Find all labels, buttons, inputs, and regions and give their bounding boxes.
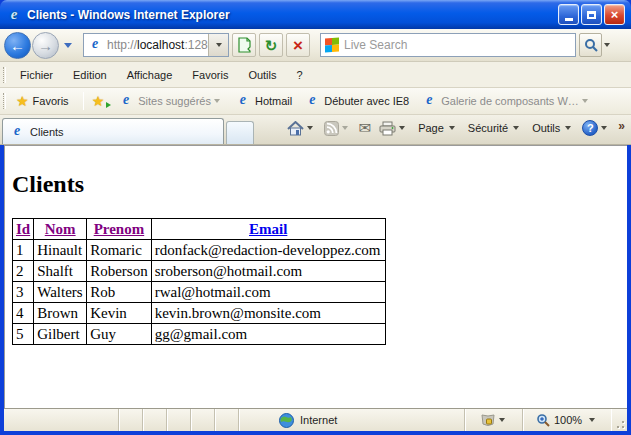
ie-favicon-icon: e <box>118 93 134 109</box>
safety-menu-button[interactable]: Sécurité <box>462 119 526 137</box>
recent-pages-dropdown[interactable] <box>64 43 72 48</box>
stop-button[interactable]: × <box>286 33 310 57</box>
window-title: Clients - Windows Internet Explorer <box>27 8 556 22</box>
security-zone[interactable]: Internet <box>239 409 465 431</box>
page-favicon-icon: e <box>87 37 103 53</box>
new-tab-button[interactable] <box>226 121 254 144</box>
zone-label: Internet <box>300 414 337 426</box>
broken-page-icon <box>237 37 251 53</box>
page-menu-button[interactable]: Page <box>412 119 462 137</box>
rss-icon <box>324 121 339 136</box>
page-title: Clients <box>12 171 627 198</box>
compatibility-view-button[interactable] <box>232 33 256 57</box>
address-bar[interactable]: e http://localhost:12806/ <box>83 33 229 57</box>
resize-grip[interactable] <box>611 409 627 431</box>
toolbar-grip[interactable] <box>3 93 6 109</box>
status-bar: Internet 100% <box>4 408 627 431</box>
mail-icon: ✉ <box>359 119 372 137</box>
back-button[interactable]: ← <box>4 32 31 59</box>
table-row: 5 Gilbert Guy gg@gmail.com <box>13 324 386 345</box>
table-row: 1 Hinault Romaric rdonfack@redaction-dev… <box>13 240 386 261</box>
tab-favicon-icon: e <box>9 124 25 140</box>
url-text[interactable]: http://localhost:12806/ <box>107 38 208 52</box>
menu-favoris[interactable]: Favoris <box>182 65 238 85</box>
globe-icon <box>279 413 294 428</box>
favorites-item-hotmail[interactable]: e Hotmail <box>229 90 298 112</box>
search-box[interactable] <box>320 33 576 57</box>
zoom-control[interactable]: 100% <box>523 409 611 431</box>
minimize-button[interactable] <box>558 4 579 25</box>
clients-table: Id Nom Prenom Email 1 Hinault Romaric rd… <box>12 218 386 345</box>
url-scheme: http:// <box>107 38 137 52</box>
maximize-button[interactable] <box>581 4 602 25</box>
add-to-favorites-bar-button[interactable]: ★ <box>92 93 109 109</box>
menu-edition[interactable]: Edition <box>63 65 117 85</box>
url-host: localhost <box>137 38 184 52</box>
favorites-item-suggested-sites[interactable]: e Sites suggérés <box>112 90 229 112</box>
forward-button[interactable]: → <box>32 32 59 59</box>
address-dropdown-button[interactable] <box>208 34 228 56</box>
search-input[interactable] <box>344 38 571 52</box>
protected-mode-indicator[interactable] <box>465 409 523 431</box>
help-icon: ? <box>582 120 598 136</box>
home-icon <box>287 121 304 136</box>
command-bar: ✉ Page Sécurité Outils ? <box>254 115 629 144</box>
feeds-button[interactable] <box>320 118 355 139</box>
ie-logo-icon: e <box>6 7 22 23</box>
separator <box>83 92 84 110</box>
navigation-bar: ← → e http://localhost:12806/ ↻ × <box>0 29 631 62</box>
printer-icon <box>379 121 396 136</box>
table-row: 3 Walters Rob rwal@hotmail.com <box>13 282 386 303</box>
more-commands-chevron[interactable]: » <box>618 115 625 133</box>
sort-email-link[interactable]: Email <box>249 221 287 237</box>
toolbar-grip[interactable] <box>3 67 6 83</box>
shield-icon <box>480 413 496 428</box>
ie-favicon-icon: e <box>235 93 251 109</box>
favorites-bar: ★ Favoris ★ e Sites suggérés e Hotmail e… <box>0 88 631 115</box>
stop-icon: × <box>293 37 303 54</box>
sort-nom-link[interactable]: Nom <box>45 221 76 237</box>
sort-id-link[interactable]: Id <box>16 221 30 237</box>
star-add-icon: ★ <box>92 93 105 109</box>
sort-prenom-link[interactable]: Prenom <box>94 221 145 237</box>
title-bar[interactable]: e Clients - Windows Internet Explorer × <box>0 0 631 29</box>
tab-clients[interactable]: e Clients <box>2 118 224 144</box>
ie-favicon-icon: e <box>304 93 320 109</box>
tools-menu-button[interactable]: Outils <box>526 119 578 137</box>
favorites-button[interactable]: ★ Favoris <box>10 90 77 112</box>
table-row: 4 Brown Kevin kevin.brown@monsite.com <box>13 303 386 324</box>
url-path: :12806/ <box>184 38 208 52</box>
search-button[interactable] <box>579 33 602 57</box>
home-button[interactable] <box>283 118 320 139</box>
table-header-row: Id Nom Prenom Email <box>13 219 386 240</box>
favorites-item-getting-started[interactable]: e Débuter avec IE8 <box>298 90 415 112</box>
menu-bar: Fichier Edition Affichage Favoris Outils… <box>0 62 631 88</box>
window-border-bottom <box>0 431 631 435</box>
table-row: 2 Shalft Roberson sroberson@hotmail.com <box>13 261 386 282</box>
ie-window: e Clients - Windows Internet Explorer × … <box>0 0 631 435</box>
refresh-icon: ↻ <box>265 38 278 53</box>
favorites-item-web-slice-gallery[interactable]: e Galerie de composants W… <box>415 90 597 112</box>
print-button[interactable] <box>375 118 412 139</box>
tab-bar: e Clients <box>0 115 631 145</box>
favorites-label: Favoris <box>33 95 69 107</box>
search-options-dropdown[interactable] <box>604 43 610 47</box>
menu-affichage[interactable]: Affichage <box>117 65 183 85</box>
live-search-flag-icon <box>325 38 339 53</box>
magnifier-icon <box>584 38 598 52</box>
refresh-button[interactable]: ↻ <box>259 33 283 57</box>
zoom-level: 100% <box>554 414 582 426</box>
status-message-area <box>4 409 119 431</box>
close-button[interactable]: × <box>604 4 625 25</box>
menu-fichier[interactable]: Fichier <box>10 65 63 85</box>
viewport-frame: Clients Id Nom Prenom Email 1 Hinault Ro… <box>0 145 631 408</box>
zoom-magnifier-icon <box>536 413 550 427</box>
menu-help[interactable]: ? <box>287 65 313 85</box>
help-button[interactable]: ? <box>578 117 614 139</box>
star-icon: ★ <box>16 93 29 109</box>
page-content: Clients Id Nom Prenom Email 1 Hinault Ro… <box>4 145 627 408</box>
read-mail-button[interactable]: ✉ <box>355 116 376 140</box>
tab-label: Clients <box>30 126 64 138</box>
ie-favicon-icon: e <box>421 93 437 109</box>
menu-outils[interactable]: Outils <box>238 65 286 85</box>
